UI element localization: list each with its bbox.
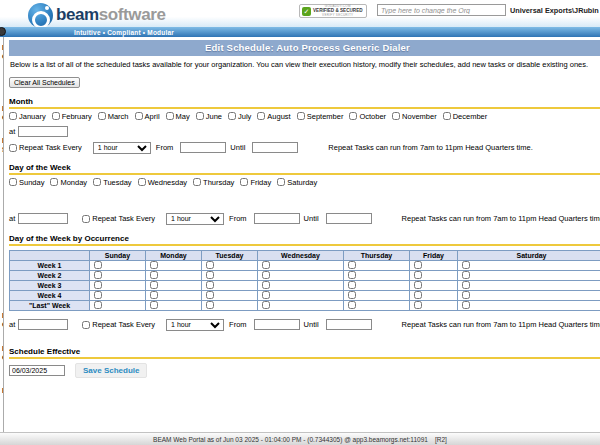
occurrence-checkbox[interactable] <box>348 261 356 269</box>
month-checkbox[interactable] <box>98 112 106 120</box>
occurrence-checkbox[interactable] <box>414 281 422 289</box>
weekday-option[interactable]: Monday <box>50 178 87 187</box>
occurrence-checkbox[interactable] <box>348 291 356 299</box>
month-option[interactable]: March <box>98 112 129 121</box>
month-checkbox[interactable] <box>52 112 60 120</box>
occurrence-at-time-input[interactable] <box>18 319 68 330</box>
occurrence-cell <box>458 260 600 270</box>
repeat-task-checkbox[interactable] <box>9 144 17 152</box>
occurrence-checkbox[interactable] <box>94 261 102 269</box>
month-option[interactable]: October <box>349 112 386 121</box>
verified-secured-seal[interactable]: ✓ GODADDY.COM VERIFIED & SECURED VERIFY … <box>299 4 367 18</box>
occurrence-checkbox[interactable] <box>150 261 158 269</box>
month-checkbox[interactable] <box>297 112 305 120</box>
occurrence-checkbox[interactable] <box>462 291 470 299</box>
occurrence-checkbox[interactable] <box>414 271 422 279</box>
occurrence-checkbox[interactable] <box>94 291 102 299</box>
repeat-from-input[interactable] <box>254 319 300 330</box>
occurrence-checkbox[interactable] <box>150 281 158 289</box>
month-checkbox[interactable] <box>196 112 204 120</box>
repeat-task-checkbox[interactable] <box>82 215 90 223</box>
month-checkbox[interactable] <box>257 112 265 120</box>
occurrence-cell <box>410 300 458 310</box>
weekday-checkbox[interactable] <box>50 178 58 186</box>
month-label: January <box>19 112 46 121</box>
occurrence-checkbox[interactable] <box>94 301 102 309</box>
occurrence-checkbox[interactable] <box>414 301 422 309</box>
month-checkbox[interactable] <box>349 112 357 120</box>
month-at-time-input[interactable] <box>18 126 68 137</box>
occurrence-checkbox[interactable] <box>348 281 356 289</box>
month-option[interactable]: June <box>196 112 222 121</box>
weekday-checkbox[interactable] <box>93 178 101 186</box>
occurrence-checkbox[interactable] <box>262 271 270 279</box>
effective-date-input[interactable] <box>9 365 65 376</box>
month-checkbox[interactable] <box>9 112 17 120</box>
month-option[interactable]: May <box>166 112 190 121</box>
weekday-checkbox[interactable] <box>193 178 201 186</box>
repeat-until-input[interactable] <box>326 213 372 224</box>
occurrence-checkbox[interactable] <box>150 291 158 299</box>
occurrence-checkbox[interactable] <box>150 301 158 309</box>
occurrence-checkbox[interactable] <box>206 281 214 289</box>
occurrence-checkbox[interactable] <box>150 271 158 279</box>
occurrence-checkbox[interactable] <box>262 301 270 309</box>
weekday-checkbox[interactable] <box>9 178 17 186</box>
occurrence-checkbox[interactable] <box>206 301 214 309</box>
repeat-task-option[interactable]: Repeat Task Every <box>82 320 155 329</box>
weekday-option[interactable]: Friday <box>240 178 271 187</box>
weekday-option[interactable]: Tuesday <box>93 178 132 187</box>
month-checkbox[interactable] <box>166 112 174 120</box>
save-schedule-button[interactable]: Save Schedule <box>75 363 147 378</box>
occurrence-checkbox[interactable] <box>348 301 356 309</box>
weekday-option[interactable]: Thursday <box>193 178 234 187</box>
month-checkbox[interactable] <box>228 112 236 120</box>
repeat-until-input[interactable] <box>252 142 298 153</box>
month-option[interactable]: April <box>135 112 160 121</box>
repeat-interval-select[interactable]: 1 hour <box>93 142 151 154</box>
month-option[interactable]: August <box>257 112 290 121</box>
month-checkbox[interactable] <box>443 112 451 120</box>
occurrence-checkbox[interactable] <box>262 261 270 269</box>
weekday-option[interactable]: Sunday <box>9 178 44 187</box>
weekday-option[interactable]: Saturday <box>277 178 317 187</box>
occurrence-checkbox[interactable] <box>262 291 270 299</box>
occurrence-checkbox[interactable] <box>462 271 470 279</box>
month-option[interactable]: July <box>228 112 251 121</box>
month-option[interactable]: December <box>443 112 488 121</box>
repeat-until-input[interactable] <box>326 319 372 330</box>
repeat-from-input[interactable] <box>254 213 300 224</box>
month-option[interactable]: February <box>52 112 92 121</box>
repeat-task-option[interactable]: Repeat Task Every <box>82 214 155 223</box>
weekday-option[interactable]: Wednesday <box>138 178 187 187</box>
change-org-input[interactable] <box>377 4 506 16</box>
occurrence-checkbox[interactable] <box>414 291 422 299</box>
occurrence-checkbox[interactable] <box>462 281 470 289</box>
weekday-checkbox[interactable] <box>277 178 285 186</box>
repeat-task-option[interactable]: Repeat Task Every <box>9 143 82 152</box>
repeat-task-checkbox[interactable] <box>82 321 90 329</box>
repeat-interval-select[interactable]: 1 hour <box>166 319 224 331</box>
occurrence-checkbox[interactable] <box>262 281 270 289</box>
month-option[interactable]: September <box>297 112 344 121</box>
occurrence-checkbox[interactable] <box>206 291 214 299</box>
occurrence-checkbox[interactable] <box>94 271 102 279</box>
occurrence-checkbox[interactable] <box>462 301 470 309</box>
occurrence-checkbox[interactable] <box>94 281 102 289</box>
month-option[interactable]: November <box>392 112 437 121</box>
weekday-at-time-input[interactable] <box>18 213 68 224</box>
clear-all-schedules-button[interactable]: Clear All Schedules <box>9 77 80 88</box>
occurrence-checkbox[interactable] <box>414 261 422 269</box>
repeat-interval-select[interactable]: 1 hour <box>166 213 224 225</box>
weekday-checkbox[interactable] <box>138 178 146 186</box>
occurrence-checkbox[interactable] <box>206 271 214 279</box>
month-checkbox[interactable] <box>392 112 400 120</box>
weekday-checkbox[interactable] <box>240 178 248 186</box>
month-label: May <box>176 112 190 121</box>
repeat-from-input[interactable] <box>180 142 226 153</box>
occurrence-checkbox[interactable] <box>206 261 214 269</box>
month-option[interactable]: January <box>9 112 46 121</box>
month-checkbox[interactable] <box>135 112 143 120</box>
occurrence-checkbox[interactable] <box>348 271 356 279</box>
occurrence-checkbox[interactable] <box>462 261 470 269</box>
